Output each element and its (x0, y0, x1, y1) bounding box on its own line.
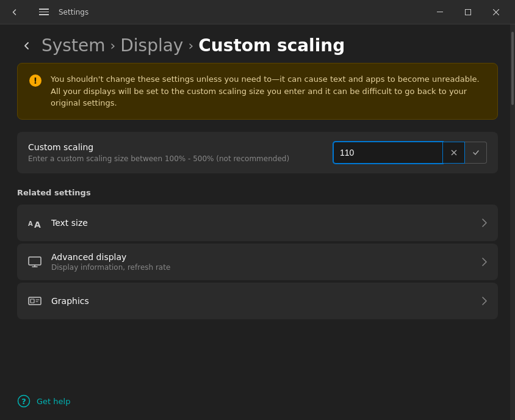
text-size-icon: A A (28, 216, 41, 230)
text-size-label: Text size (51, 218, 88, 228)
settings-item-text-size[interactable]: A A Text size (17, 205, 498, 241)
related-settings-title: Related settings (17, 188, 498, 197)
warning-icon: ! (29, 74, 42, 87)
settings-item-text-size-left: A A Text size (28, 216, 88, 230)
get-help-link[interactable]: Get help (37, 397, 70, 406)
maximize-button[interactable] (454, 0, 482, 24)
title-bar-title: Settings (59, 8, 88, 16)
hamburger-icon[interactable] (37, 6, 51, 18)
svg-rect-1 (466, 9, 471, 15)
title-bar: Settings (0, 0, 515, 24)
graphics-icon (28, 294, 41, 308)
settings-item-advanced-display-left: Advanced display Display information, re… (28, 252, 170, 272)
breadcrumb-text: System › Display › Custom scaling (41, 35, 345, 56)
svg-rect-14 (31, 299, 34, 303)
breadcrumb-system[interactable]: System (41, 35, 105, 56)
warning-text: You shouldn't change these settings unle… (51, 73, 486, 109)
close-button[interactable] (482, 0, 510, 24)
breadcrumb-display[interactable]: Display (120, 35, 183, 56)
scaling-confirm-button[interactable] (465, 142, 487, 164)
back-button[interactable] (17, 36, 37, 56)
scaling-label-group: Custom scaling Enter a custom scaling si… (28, 142, 289, 163)
svg-rect-10 (29, 257, 41, 265)
svg-text:A: A (34, 220, 41, 228)
breadcrumb: System › Display › Custom scaling (17, 24, 498, 63)
advanced-display-label: Advanced display (51, 252, 170, 262)
graphics-chevron-icon (482, 297, 487, 305)
breadcrumb-separator-2: › (188, 38, 193, 53)
scaling-clear-button[interactable] (443, 142, 465, 164)
title-bar-left: Settings (5, 2, 88, 22)
breadcrumb-current: Custom scaling (198, 35, 345, 56)
scaling-input[interactable] (333, 142, 443, 164)
title-bar-controls (426, 0, 510, 24)
svg-text:?: ? (21, 397, 26, 406)
settings-item-text-size-text: Text size (51, 218, 88, 228)
footer[interactable]: ? Get help (17, 394, 70, 408)
custom-scaling-section: Custom scaling Enter a custom scaling si… (17, 132, 498, 173)
warning-box: ! You shouldn't change these settings un… (17, 63, 498, 120)
scaling-subtitle: Enter a custom scaling size between 100%… (28, 154, 289, 163)
settings-item-graphics[interactable]: Graphics (17, 283, 498, 319)
minimize-button[interactable] (426, 0, 454, 24)
advanced-display-chevron-icon (482, 258, 487, 266)
breadcrumb-separator-1: › (110, 38, 115, 53)
scrollbar-thumb[interactable] (511, 32, 514, 105)
main-content: System › Display › Custom scaling ! You … (0, 24, 510, 331)
text-size-chevron-icon (482, 219, 487, 227)
settings-item-graphics-text: Graphics (51, 296, 89, 306)
svg-text:!: ! (34, 76, 37, 85)
graphics-label: Graphics (51, 296, 89, 306)
settings-item-advanced-display[interactable]: Advanced display Display information, re… (17, 244, 498, 280)
svg-rect-0 (437, 12, 443, 12)
svg-text:A: A (28, 220, 33, 227)
advanced-display-sublabel: Display information, refresh rate (51, 263, 170, 272)
settings-item-advanced-display-text: Advanced display Display information, re… (51, 252, 170, 272)
scrollbar-track[interactable] (510, 24, 515, 420)
get-help-icon: ? (17, 394, 31, 408)
window-back-btn[interactable] (5, 2, 24, 22)
settings-list: A A Text size (17, 205, 498, 319)
scaling-input-group (333, 142, 487, 164)
scaling-title: Custom scaling (28, 142, 289, 152)
settings-item-graphics-left: Graphics (28, 294, 89, 308)
monitor-icon (28, 255, 41, 269)
